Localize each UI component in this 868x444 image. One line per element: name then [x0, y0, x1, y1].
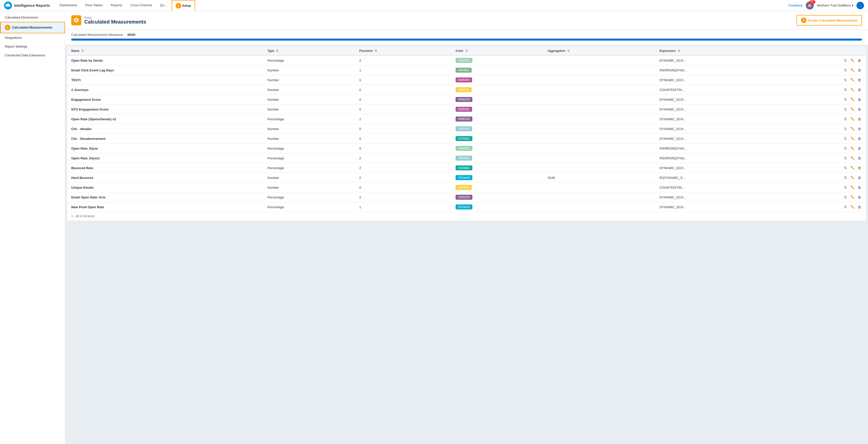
reorder-icon-15[interactable]: ⇅	[843, 204, 848, 209]
delete-icon-0[interactable]: 🗑	[857, 58, 862, 63]
col-header-name[interactable]: Name ⇅	[67, 46, 264, 56]
cell-precision-2: 0	[355, 75, 452, 85]
reorder-icon-9[interactable]: ⇅	[843, 146, 848, 151]
cell-color-10: #96cbd5	[452, 153, 544, 163]
sidebar-item-report-settings[interactable]: Report Settings	[0, 42, 65, 51]
reorder-icon-0[interactable]: ⇅	[843, 58, 848, 63]
action-icons-2: ⇅ ✏️ 🗑	[843, 77, 862, 82]
reorder-icon-12[interactable]: ⇅	[843, 175, 848, 180]
reorder-icon-10[interactable]: ⇅	[843, 156, 848, 161]
reorder-icon-11[interactable]: ⇅	[843, 165, 848, 170]
expression-text-10: IFERROR(DYNA...	[659, 156, 687, 160]
notifications-avatar[interactable]: 🔔 99+	[806, 1, 814, 9]
edit-icon-8[interactable]: ✏️	[850, 136, 855, 141]
delete-icon-3[interactable]: 🗑	[857, 87, 862, 92]
nav-pivot-tables[interactable]: Pivot Tables	[82, 0, 106, 11]
edit-icon-9[interactable]: ✏️	[850, 146, 855, 151]
col-header-type[interactable]: Type ⇅	[264, 46, 355, 56]
nav-dashboards[interactable]: Dashboards	[56, 0, 81, 11]
nav-setup[interactable]: 1 Setup	[172, 0, 195, 11]
edit-icon-4[interactable]: ✏️	[850, 97, 855, 102]
cell-name-11: Bounced Rate	[67, 163, 264, 173]
nav-qu[interactable]: Qu...	[157, 0, 170, 11]
reorder-icon-3[interactable]: ⇅	[843, 87, 848, 92]
reorder-icon-2[interactable]: ⇅	[843, 77, 848, 82]
nav-reports[interactable]: Reports	[107, 0, 126, 11]
reorder-icon-8[interactable]: ⇅	[843, 136, 848, 141]
edit-icon-1[interactable]: ✏️	[850, 68, 855, 73]
delete-icon-8[interactable]: 🗑	[857, 136, 862, 141]
col-header-color[interactable]: Color ⇅	[452, 46, 544, 56]
delete-icon-13[interactable]: 🗑	[857, 185, 862, 190]
progress-bar-fill	[71, 39, 862, 41]
reorder-icon-4[interactable]: ⇅	[843, 97, 848, 102]
sidebar-item-integrations[interactable]: Integrations	[0, 33, 65, 42]
edit-icon-13[interactable]: ✏️	[850, 185, 855, 190]
app-logo[interactable]: Intelligence Reports	[4, 1, 50, 9]
step2-badge: 2	[5, 25, 10, 30]
reorder-icon-14[interactable]: ⇅	[843, 195, 848, 200]
user-avatar[interactable]: 👤	[857, 2, 864, 9]
setup-breadcrumb: Setup	[84, 16, 146, 19]
edit-icon-7[interactable]: ✏️	[850, 126, 855, 131]
expression-text-12: IF(DYNAMIC_S...	[659, 176, 685, 180]
nav-links: Dashboards Pivot Tables Reports Cross-Ch…	[56, 0, 788, 11]
feedback-button[interactable]: Feedback	[788, 3, 803, 7]
sidebar-item-calc-measurements[interactable]: 2 Calculated Measurements	[0, 22, 65, 33]
reorder-icon-7[interactable]: ⇅	[843, 126, 848, 131]
delete-icon-1[interactable]: 🗑	[857, 68, 862, 73]
edit-icon-5[interactable]: ✏️	[850, 107, 855, 112]
delete-icon-12[interactable]: 🗑	[857, 175, 862, 180]
edit-icon-12[interactable]: ✏️	[850, 175, 855, 180]
edit-icon-2[interactable]: ✏️	[850, 77, 855, 82]
sidebar-item-calc-dimensions[interactable]: Calculated Dimensions	[0, 13, 65, 22]
cell-type-15: Percentage	[264, 202, 355, 212]
edit-icon-14[interactable]: ✏️	[850, 195, 855, 200]
col-header-precision[interactable]: Precision ⇅	[355, 46, 452, 56]
delete-icon-15[interactable]: 🗑	[857, 204, 862, 209]
expression-text-3: COUNTDISTIN...	[659, 88, 685, 92]
allowance-value: 40/20	[127, 33, 135, 37]
edit-icon-3[interactable]: ✏️	[850, 87, 855, 92]
page-header-left: Setup Calculated Measurements	[71, 15, 146, 25]
create-calculated-measurement-button[interactable]: 3 Create Calculated Measurement	[797, 15, 862, 26]
cell-aggregation-4	[544, 95, 655, 104]
delete-icon-9[interactable]: 🗑	[857, 146, 862, 151]
cell-type-11: Percentage	[264, 163, 355, 173]
edit-icon-15[interactable]: ✏️	[850, 204, 855, 209]
nav-cross-channel[interactable]: Cross-Channel	[127, 0, 156, 11]
delete-icon-2[interactable]: 🗑	[857, 77, 862, 82]
edit-icon-10[interactable]: ✏️	[850, 156, 855, 161]
nav-right-section: Feedback 🔔 99+ Northern Trail Outfitters…	[788, 1, 864, 9]
delete-icon-4[interactable]: 🗑	[857, 97, 862, 102]
delete-icon-5[interactable]: 🗑	[857, 107, 862, 112]
reorder-icon-1[interactable]: ⇅	[843, 68, 848, 73]
cell-aggregation-2	[544, 75, 655, 85]
cell-color-0: #9ad2b1	[452, 56, 544, 65]
reorder-icon-5[interactable]: ⇅	[843, 107, 848, 112]
reorder-icon-6[interactable]: ⇅	[843, 116, 848, 122]
top-navigation: Intelligence Reports Dashboards Pivot Ta…	[0, 0, 868, 11]
action-icons-8: ⇅ ✏️ 🗑	[843, 136, 862, 141]
edit-icon-6[interactable]: ✏️	[850, 116, 855, 122]
cell-name-4: Engagement Score	[67, 95, 264, 104]
cell-precision-14: 2	[355, 193, 452, 202]
delete-icon-10[interactable]: 🗑	[857, 156, 862, 161]
col-header-expression[interactable]: Expression ⇅	[655, 46, 866, 56]
cell-color-6: #886290	[452, 114, 544, 124]
delete-icon-14[interactable]: 🗑	[857, 195, 862, 200]
sidebar-item-connected-data[interactable]: Connected Data Extensions	[0, 51, 65, 60]
reorder-icon-13[interactable]: ⇅	[843, 185, 848, 190]
delete-icon-6[interactable]: 🗑	[857, 116, 862, 122]
col-header-aggregation[interactable]: Aggregation ⇅	[544, 46, 655, 56]
delete-icon-7[interactable]: 🗑	[857, 126, 862, 131]
edit-icon-11[interactable]: ✏️	[850, 165, 855, 170]
cell-color-2: #b9549c	[452, 75, 544, 85]
sort-icon-color: ⇅	[465, 49, 468, 53]
cell-precision-5: 0	[355, 104, 452, 114]
edit-icon-0[interactable]: ✏️	[850, 58, 855, 63]
org-selector[interactable]: Northern Trail Outfitters ▾	[817, 3, 854, 7]
cell-type-8: Number	[264, 134, 355, 144]
delete-icon-11[interactable]: 🗑	[857, 165, 862, 170]
cell-color-8: #10ada1	[452, 134, 544, 144]
